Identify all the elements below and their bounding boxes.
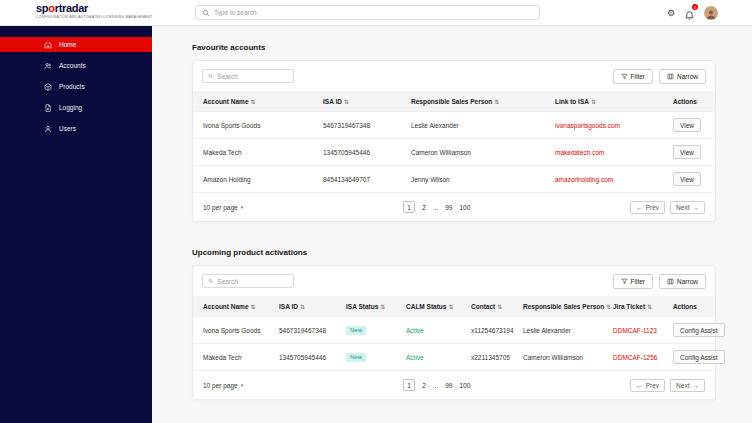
narrow-button[interactable]: Narrow bbox=[659, 274, 706, 289]
person-silhouette-icon bbox=[705, 8, 717, 20]
prev-button[interactable]: ←Prev bbox=[630, 379, 665, 392]
sort-icon[interactable]: ⇅ bbox=[251, 98, 256, 105]
sidebar-item-users[interactable]: Users bbox=[0, 121, 152, 136]
jira-ticket-link[interactable]: DDMCAF-1256 bbox=[613, 354, 673, 361]
bell-icon bbox=[684, 9, 695, 21]
filter-button-label: Filter bbox=[631, 278, 645, 285]
view-button[interactable]: View bbox=[673, 145, 701, 159]
table-row: Makeda Tech 1345705945446 New Active x22… bbox=[193, 343, 715, 370]
view-button[interactable]: View bbox=[673, 172, 701, 186]
top-bar: sportradar CONFIGURATION AND AUTOMATED L… bbox=[0, 0, 752, 26]
config-assist-button[interactable]: Config Assist bbox=[673, 323, 725, 337]
box-icon bbox=[44, 83, 52, 91]
calm-status: Active bbox=[406, 354, 471, 361]
column-header: Responsible Sales Person bbox=[523, 303, 604, 310]
sidebar-item-home[interactable]: Home bbox=[0, 37, 152, 52]
cell-sales-person: Leslie Alexander bbox=[523, 327, 613, 334]
home-icon bbox=[44, 41, 52, 49]
column-header: Responsible Sales Person bbox=[411, 98, 492, 105]
cell-account-name: Makeda Tech bbox=[203, 149, 323, 156]
per-page-label: 10 per page bbox=[203, 382, 238, 389]
narrow-button-label: Narrow bbox=[677, 73, 698, 80]
sidebar-item-label: Accounts bbox=[59, 62, 86, 69]
page-button-1[interactable]: 1 bbox=[403, 201, 415, 213]
cell-sales-person: Cameron Williamson bbox=[411, 149, 555, 156]
sidebar-item-products[interactable]: Products bbox=[0, 79, 152, 94]
activations-title: Upcoming product activations bbox=[192, 248, 752, 257]
page-button-2[interactable]: 2 bbox=[422, 204, 426, 211]
favourites-title: Favourite accounts bbox=[192, 43, 752, 52]
main-content: Favourite accounts Filter Narrow bbox=[152, 26, 752, 423]
sort-icon[interactable]: ⇅ bbox=[380, 303, 385, 310]
narrow-button[interactable]: Narrow bbox=[659, 69, 706, 84]
activations-table-header: Account Name⇅ ISA ID⇅ ISA Status⇅ CALM S… bbox=[193, 296, 715, 316]
per-page-select[interactable]: 10 per page ▾ bbox=[203, 204, 243, 211]
per-page-label: 10 per page bbox=[203, 204, 238, 211]
columns-icon bbox=[667, 73, 674, 80]
isa-link[interactable]: makedatech.com bbox=[555, 149, 673, 156]
sort-icon[interactable]: ⇅ bbox=[300, 303, 305, 310]
next-button[interactable]: Next→ bbox=[670, 379, 705, 392]
sidebar-item-logging[interactable]: Logging bbox=[0, 100, 152, 115]
sidebar-item-accounts[interactable]: Accounts bbox=[0, 58, 152, 73]
cell-sales-person: Leslie Alexander bbox=[411, 122, 555, 129]
table-row: Makeda Tech 1345705945446 Cameron Willia… bbox=[193, 138, 715, 165]
page-button-1[interactable]: 1 bbox=[403, 379, 415, 391]
user-avatar[interactable] bbox=[704, 6, 718, 20]
people-icon bbox=[44, 62, 52, 70]
search-icon bbox=[208, 278, 213, 284]
sidebar-nav: Home Accounts Products Logging Users bbox=[0, 26, 152, 423]
column-header: Contact bbox=[471, 303, 495, 310]
sort-icon[interactable]: ⇅ bbox=[448, 303, 453, 310]
global-search-input[interactable] bbox=[214, 9, 533, 16]
notification-badge: 5 bbox=[692, 4, 698, 10]
notifications-button[interactable]: 5 bbox=[684, 7, 695, 19]
calm-status: Active bbox=[406, 327, 471, 334]
favourites-card: Filter Narrow Account Name⇅ ISA ID⇅ Resp… bbox=[192, 60, 716, 222]
next-button[interactable]: Next→ bbox=[670, 201, 705, 214]
global-search[interactable] bbox=[195, 5, 540, 20]
column-header: Actions bbox=[673, 303, 697, 310]
columns-icon bbox=[667, 278, 674, 285]
page-button-100[interactable]: 100 bbox=[459, 204, 470, 211]
isa-link[interactable]: ivonasportsgoods.com bbox=[555, 122, 673, 129]
sort-icon[interactable]: ⇅ bbox=[497, 303, 502, 310]
settings-icon[interactable]: ⚙ bbox=[667, 9, 675, 18]
config-assist-button[interactable]: Config Assist bbox=[673, 350, 725, 364]
prev-label: Prev bbox=[646, 382, 659, 389]
column-header: ISA Status bbox=[346, 303, 378, 310]
cell-isa-id: 5467319467348 bbox=[323, 122, 411, 129]
cell-contact: x2211345705 bbox=[471, 354, 523, 361]
favourites-search[interactable] bbox=[202, 69, 294, 83]
column-header: Account Name bbox=[203, 303, 249, 310]
page-button-99[interactable]: 99 bbox=[445, 382, 452, 389]
sidebar-item-label: Logging bbox=[59, 104, 82, 111]
favourites-search-input[interactable] bbox=[217, 73, 288, 80]
filter-button[interactable]: Filter bbox=[613, 274, 653, 289]
page-button-99[interactable]: 99 bbox=[445, 204, 452, 211]
page-button-2[interactable]: 2 bbox=[422, 382, 426, 389]
isa-link[interactable]: amazonholding.com bbox=[555, 176, 673, 183]
view-button[interactable]: View bbox=[673, 118, 701, 132]
activations-search[interactable] bbox=[202, 274, 294, 288]
topbar-actions: ⚙ 5 bbox=[667, 5, 718, 21]
arrow-left-icon: ← bbox=[636, 382, 643, 389]
activations-search-input[interactable] bbox=[217, 278, 288, 285]
column-header: CALM Status bbox=[406, 303, 446, 310]
sort-icon[interactable]: ⇅ bbox=[647, 303, 652, 310]
table-row: Ivona Sports Goods 5467319467348 Leslie … bbox=[193, 111, 715, 138]
cell-account-name: Ivona Sports Goods bbox=[203, 122, 323, 129]
sort-icon[interactable]: ⇅ bbox=[251, 303, 256, 310]
prev-button[interactable]: ←Prev bbox=[630, 201, 665, 214]
sort-icon[interactable]: ⇅ bbox=[606, 303, 611, 310]
sort-icon[interactable]: ⇅ bbox=[591, 98, 596, 105]
sort-icon[interactable]: ⇅ bbox=[494, 98, 499, 105]
sort-icon[interactable]: ⇅ bbox=[344, 98, 349, 105]
jira-ticket-link[interactable]: DDMCAF-1123 bbox=[613, 327, 673, 334]
filter-button[interactable]: Filter bbox=[613, 69, 653, 84]
per-page-select[interactable]: 10 per page ▾ bbox=[203, 382, 243, 389]
page-button-100[interactable]: 100 bbox=[459, 382, 470, 389]
chevron-down-icon: ▾ bbox=[241, 382, 244, 388]
page-ellipsis: ... bbox=[433, 382, 438, 389]
favourites-toolbar-buttons: Filter Narrow bbox=[613, 69, 706, 84]
